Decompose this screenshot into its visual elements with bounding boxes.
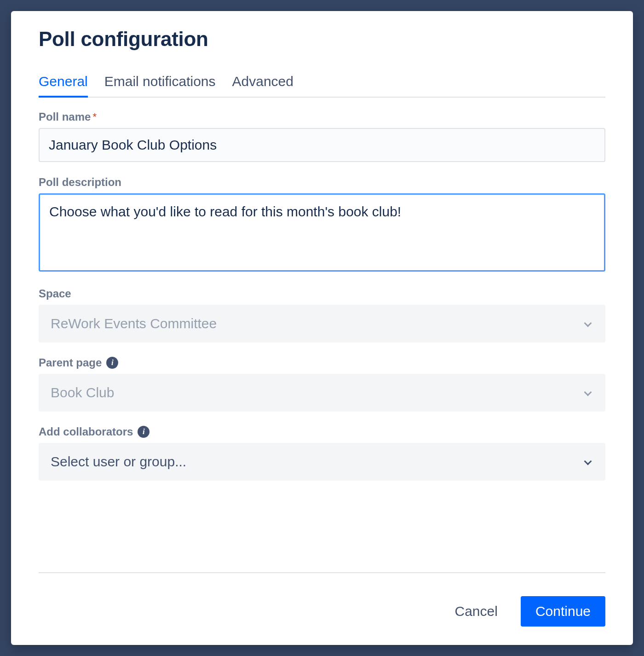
space-select[interactable]: ReWork Events Committee (39, 305, 605, 343)
field-parent-page: Parent page i Book Club (39, 356, 605, 412)
tab-email-notifications[interactable]: Email notifications (104, 74, 216, 98)
field-poll-description: Poll description (39, 176, 605, 273)
modal-title: Poll configuration (39, 28, 605, 51)
form: Poll name * Poll description Space ReWor… (39, 110, 605, 554)
tab-label: Advanced (232, 74, 293, 89)
modal-footer: Cancel Continue (39, 572, 605, 627)
chevron-down-icon (583, 457, 593, 467)
cancel-button[interactable]: Cancel (440, 596, 512, 627)
tab-label: General (39, 74, 88, 89)
field-collaborators: Add collaborators i Select user or group… (39, 425, 605, 481)
chevron-down-icon (583, 319, 593, 329)
parent-page-label: Parent page (39, 356, 102, 369)
poll-description-label: Poll description (39, 176, 121, 189)
field-poll-name: Poll name * (39, 110, 605, 162)
poll-config-modal: Poll configuration General Email notific… (11, 11, 633, 645)
parent-page-selected-value: Book Club (51, 385, 114, 401)
collaborators-select[interactable]: Select user or group... (39, 443, 605, 481)
tab-advanced[interactable]: Advanced (232, 74, 293, 98)
info-icon[interactable]: i (106, 357, 118, 369)
collaborators-placeholder: Select user or group... (51, 454, 186, 470)
chevron-down-icon (583, 388, 593, 398)
parent-page-select[interactable]: Book Club (39, 374, 605, 412)
poll-description-textarea[interactable] (39, 193, 605, 272)
required-asterisk-icon: * (92, 111, 97, 123)
poll-name-input[interactable] (39, 128, 605, 162)
tab-label: Email notifications (104, 74, 216, 89)
space-selected-value: ReWork Events Committee (51, 316, 217, 331)
tabs: General Email notifications Advanced (39, 74, 605, 98)
space-label: Space (39, 287, 71, 300)
field-space: Space ReWork Events Committee (39, 287, 605, 343)
info-icon[interactable]: i (138, 426, 150, 438)
continue-button[interactable]: Continue (521, 596, 605, 627)
poll-name-label: Poll name (39, 110, 91, 123)
tab-general[interactable]: General (39, 74, 88, 98)
collaborators-label: Add collaborators (39, 425, 133, 438)
